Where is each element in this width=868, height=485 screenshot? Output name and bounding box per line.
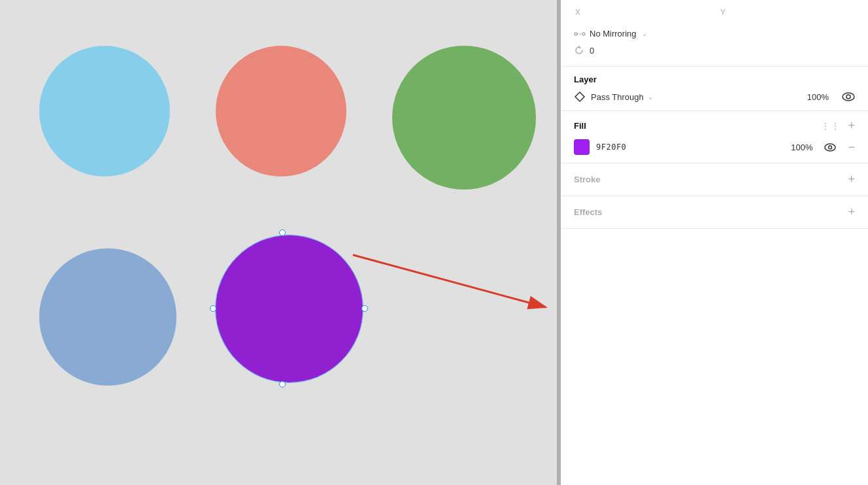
mirror-icon (574, 29, 586, 39)
svg-point-6 (846, 95, 850, 99)
svg-point-2 (575, 33, 577, 35)
svg-point-3 (582, 33, 585, 35)
svg-point-5 (843, 93, 854, 101)
y-label: Y (720, 8, 726, 17)
effects-title: Effects (574, 207, 848, 217)
fill-eye-icon[interactable] (824, 143, 836, 152)
svg-point-8 (829, 146, 832, 149)
fill-remove-icon[interactable]: − (848, 141, 855, 154)
rotation-icon (574, 45, 584, 56)
handle-bottom[interactable] (279, 381, 286, 388)
svg-line-1 (353, 255, 546, 307)
layer-opacity-value: 100% (807, 92, 829, 102)
fill-hex-value[interactable]: 9F20F0 (596, 142, 784, 152)
rotation-row: 0 (574, 42, 855, 58)
rotation-value: 0 (590, 46, 594, 56)
blend-mode-control[interactable]: Pass Through ⌄ (591, 92, 802, 102)
handle-top[interactable] (279, 229, 286, 236)
circle-purple[interactable] (216, 235, 363, 382)
stroke-add-icon[interactable]: + (848, 173, 855, 186)
canvas[interactable] (0, 0, 557, 485)
layer-blend-icon (574, 91, 586, 103)
stroke-section: Stroke + (561, 163, 868, 196)
blend-mode-chevron: ⌄ (648, 93, 653, 101)
fill-section: Fill ⋮⋮ + 9F20F0 100% − (561, 111, 868, 163)
mirroring-chevron: ⌄ (642, 30, 647, 37)
mirroring-label: No Mirroring (590, 29, 637, 39)
fill-header: Fill ⋮⋮ + (574, 119, 855, 133)
stroke-title: Stroke (574, 175, 848, 184)
fill-opacity-value: 100% (791, 142, 812, 152)
handle-left[interactable] (210, 305, 216, 312)
fill-add-icon[interactable]: + (848, 119, 855, 133)
layer-eye-icon[interactable] (842, 92, 855, 101)
circle-cyan[interactable] (39, 46, 170, 176)
circle-blue[interactable] (39, 248, 176, 386)
right-panel: X Y No Mirroring ⌄ 0 Lay (561, 0, 868, 485)
fill-row: 9F20F0 100% − (574, 139, 855, 155)
x-label: X (575, 8, 580, 17)
blend-mode-label: Pass Through (591, 92, 644, 102)
handle-right[interactable] (361, 305, 368, 312)
layer-section: Layer Pass Through ⌄ 100% (561, 67, 868, 111)
fill-color-swatch[interactable] (574, 139, 590, 155)
circle-green[interactable] (392, 46, 536, 190)
transform-section: X Y No Mirroring ⌄ 0 (561, 0, 868, 67)
fill-options-icon[interactable]: ⋮⋮ (822, 122, 841, 131)
mirroring-row[interactable]: No Mirroring ⌄ (574, 25, 855, 42)
effects-section: Effects + (561, 196, 868, 229)
fill-title: Fill (574, 121, 822, 131)
circle-salmon[interactable] (216, 46, 346, 176)
layer-title: Layer (574, 75, 855, 84)
svg-point-7 (825, 144, 835, 151)
effects-add-icon[interactable]: + (848, 205, 855, 219)
layer-row: Pass Through ⌄ 100% (574, 91, 855, 103)
